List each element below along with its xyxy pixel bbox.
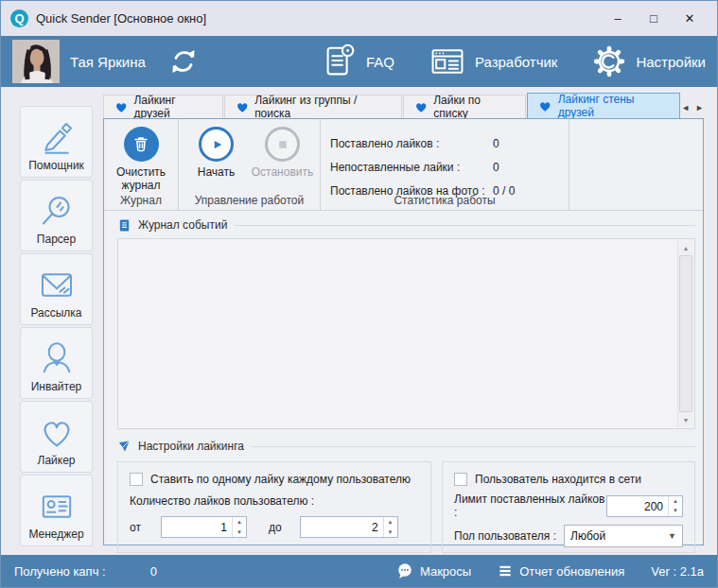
sidebar-item-manager[interactable]: Менеджер: [20, 475, 93, 546]
group-divider: [252, 446, 695, 447]
tab-liking-group-search[interactable]: Лайкинг из группы / поиска: [224, 95, 402, 118]
online-user-label: Пользователь находится в сети: [475, 473, 641, 486]
scroll-up-icon[interactable]: ▲: [678, 240, 693, 255]
sidebar: Помощник Парсер: [1, 87, 96, 555]
settings-button[interactable]: Настройки: [589, 42, 706, 81]
tab-likes-by-list[interactable]: Лайки по списку: [403, 95, 526, 118]
gender-value: Любой: [570, 529, 605, 543]
chevron-down-icon: ▼: [668, 531, 676, 541]
developer-label: Разработчик: [475, 54, 557, 70]
minimize-button[interactable]: –: [600, 7, 636, 31]
stepper-up-icon[interactable]: ▲: [669, 496, 682, 507]
macros-button[interactable]: Макросы: [396, 562, 471, 579]
tab-liking-friends[interactable]: Лайкинг друзей: [103, 95, 223, 118]
sidebar-item-label: Менеджер: [28, 527, 83, 541]
log-scrollbar[interactable]: ▲ ▼: [677, 240, 693, 427]
tab-label: Лайкинг друзей: [133, 94, 211, 120]
sidebar-item-inviter[interactable]: Инвайтер: [20, 327, 93, 399]
scroll-down-icon[interactable]: ▼: [678, 412, 693, 427]
person-icon: [37, 340, 77, 378]
maximize-button[interactable]: □: [636, 7, 672, 31]
stepper-up-icon[interactable]: ▲: [384, 517, 397, 527]
tab-scroll-controls: ◄ ►: [681, 104, 704, 118]
sidebar-item-label: Рассылка: [30, 306, 81, 320]
stop-icon: [265, 127, 300, 162]
one-like-checkbox[interactable]: [130, 473, 143, 486]
developer-button[interactable]: Разработчик: [427, 43, 557, 80]
close-button[interactable]: ✕: [672, 7, 708, 31]
heart-icon: [414, 100, 428, 114]
like-count-settings-box: Ставить по одному лайку каждому пользова…: [117, 461, 431, 553]
stop-button[interactable]: Остановить: [252, 127, 314, 179]
stepper-buttons[interactable]: ▲▼: [232, 517, 246, 537]
sidebar-item-mailing[interactable]: Рассылка: [20, 253, 93, 325]
stepper-down-icon[interactable]: ▼: [669, 506, 682, 516]
stepper-down-icon[interactable]: ▼: [384, 527, 397, 538]
app-logo-icon: Q: [10, 9, 28, 27]
sidebar-item-label: Парсер: [37, 233, 76, 246]
tab-bar: Лайкинг друзей Лайкинг из группы / поиск…: [103, 93, 704, 118]
refresh-account-button[interactable]: [168, 46, 199, 77]
toolbar-group-journal: Очистить журнал Журнал: [104, 119, 179, 210]
tab-page: Очистить журнал Журнал Начать: [103, 118, 704, 545]
heart-icon: [236, 100, 249, 114]
stepper-buttons[interactable]: ▲▼: [383, 517, 397, 537]
from-label: от: [130, 521, 141, 534]
speech-bubble-icon: [396, 562, 413, 579]
sidebar-item-label: Лайкер: [38, 454, 76, 467]
faq-document-icon: [320, 42, 359, 81]
tab-label: Лайкинг стены друзей: [558, 93, 670, 119]
log-group-caption: Журнал событий: [117, 216, 695, 233]
like-limit-stepper[interactable]: 200 ▲▼: [606, 495, 683, 517]
stepper-buttons[interactable]: ▲▼: [668, 496, 682, 516]
like-count-range: от 1 ▲▼ до 2 ▲▼: [130, 516, 419, 538]
like-limit-label: Лимит поставленных лайков :: [454, 493, 606, 519]
online-user-option: Пользователь находится в сети: [454, 473, 683, 486]
faq-label: FAQ: [366, 54, 394, 70]
update-report-button[interactable]: Отчет обновления: [498, 563, 624, 579]
clear-log-label: Очистить журнал: [110, 165, 172, 193]
captcha-value: 0: [150, 564, 157, 579]
start-button[interactable]: Начать: [185, 127, 248, 179]
update-report-label: Отчет обновления: [519, 564, 624, 579]
likes-to-stepper[interactable]: 2 ▲▼: [300, 516, 398, 538]
scrollbar-thumb[interactable]: [679, 255, 692, 412]
log-group-title: Журнал событий: [138, 218, 227, 232]
toolbar-group-empty: [569, 119, 703, 210]
one-like-option: Ставить по одному лайку каждому пользова…: [130, 473, 419, 486]
page-body: Журнал событий ▲ ▼: [104, 211, 703, 545]
group-caption-stats: Статистика работы: [321, 194, 569, 207]
event-log-area[interactable]: ▲ ▼: [117, 238, 695, 429]
menu-lines-icon: [498, 563, 513, 579]
clear-log-button[interactable]: Очистить журнал: [110, 127, 172, 193]
tab-scroll-left-icon[interactable]: ◄: [681, 104, 690, 112]
user-avatar[interactable]: [12, 40, 60, 83]
header-bar: Тая Яркина: [1, 36, 717, 87]
tab-liking-friends-wall[interactable]: Лайкинг стены друзей: [527, 93, 680, 118]
gender-label: Пол пользователя :: [454, 529, 556, 543]
likes-from-stepper[interactable]: 1 ▲▼: [161, 516, 247, 538]
stepper-down-icon[interactable]: ▼: [233, 527, 246, 538]
tab-scroll-right-icon[interactable]: ►: [695, 104, 704, 112]
settings-gear-icon: [589, 42, 629, 81]
stat-likes-failed: Непоставленные лайки : 0: [330, 161, 565, 174]
settings-group-title: Настройки лайкинга: [138, 440, 244, 453]
pencil-icon: [37, 119, 77, 157]
settings-group-caption: Настройки лайкинга: [117, 438, 695, 455]
sidebar-item-parser[interactable]: Парсер: [20, 180, 93, 251]
window-title: Quick Sender [Основное окно]: [36, 11, 206, 26]
group-divider: [235, 225, 695, 226]
faq-button[interactable]: FAQ: [320, 42, 394, 81]
likes-to-value: 2: [301, 517, 383, 537]
like-limit-value: 200: [607, 496, 668, 516]
gender-select[interactable]: Любой ▼: [564, 525, 683, 547]
macros-label: Макросы: [420, 564, 471, 579]
user-filter-settings-box: Пользователь находится в сети Лимит пост…: [442, 461, 695, 553]
heart-icon: [37, 414, 77, 452]
settings-row: Ставить по одному лайку каждому пользова…: [117, 461, 695, 553]
sidebar-item-assistant[interactable]: Помощник: [20, 106, 93, 178]
sidebar-item-liker[interactable]: Лайкер: [20, 401, 93, 473]
stepper-up-icon[interactable]: ▲: [233, 517, 246, 527]
online-user-checkbox[interactable]: [454, 473, 467, 486]
captcha-counter: Получено капч : 0: [14, 564, 157, 579]
